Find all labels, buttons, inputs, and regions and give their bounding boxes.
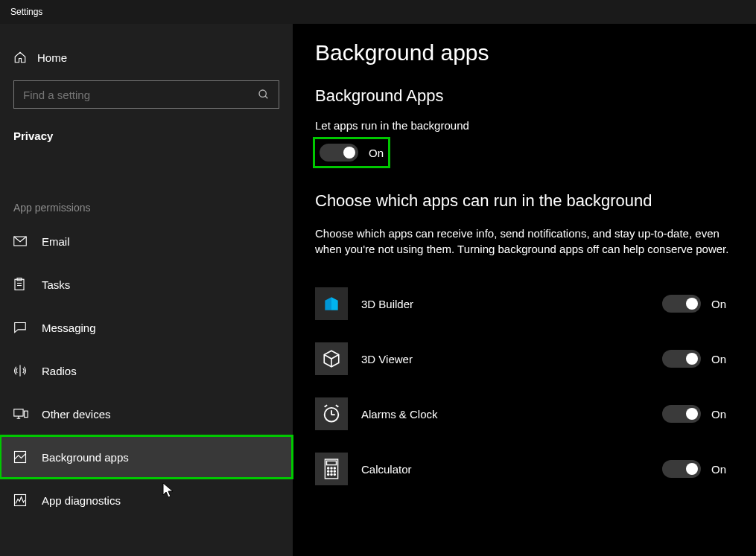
svg-rect-11 [25,411,28,417]
section-header-app-permissions: App permissions [0,202,293,220]
app-row: 3D Viewer On [315,331,734,386]
messaging-icon [13,322,42,333]
sidebar: Home Privacy App permissions Email [0,24,293,556]
svg-point-29 [331,473,332,475]
sidebar-item-label: App diagnostics [42,494,121,507]
home-label: Home [37,51,67,64]
sidebar-item-label: Email [42,235,70,248]
svg-point-30 [334,473,335,475]
page-title: Background apps [315,40,734,65]
sidebar-item-radios[interactable]: Radios [0,349,293,392]
app-icon-3d-viewer [315,342,348,375]
search-input[interactable] [13,80,279,109]
background-apps-icon [13,450,42,464]
window-titlebar: Settings [0,0,756,24]
sidebar-item-background-apps[interactable]: Background apps [0,435,293,479]
sidebar-item-label: Other devices [42,408,111,421]
svg-point-25 [328,470,329,472]
svg-point-26 [331,470,332,472]
svg-rect-8 [14,409,23,416]
search-icon [258,89,270,100]
app-name: Calculator [361,463,662,476]
app-name: 3D Viewer [361,353,662,365]
svg-line-1 [265,96,267,98]
app-icon-alarms-clock [315,397,348,430]
sidebar-item-app-diagnostics[interactable]: App diagnostics [0,479,293,522]
window-title: Settings [10,7,42,17]
sidebar-item-label: Tasks [42,278,70,291]
email-icon [13,236,42,246]
sidebar-item-messaging[interactable]: Messaging [0,306,293,349]
section-heading-background-apps: Background Apps [315,86,734,106]
svg-point-27 [334,470,335,472]
svg-point-24 [334,467,335,469]
svg-point-0 [259,90,266,97]
tasks-icon [13,278,42,291]
app-name: 3D Builder [361,298,662,310]
app-row: Calculator On [315,441,734,496]
svg-point-22 [328,467,329,469]
sidebar-item-other-devices[interactable]: Other devices [0,392,293,435]
app-toggle-alarms-clock[interactable] [662,405,701,423]
svg-line-18 [325,405,328,406]
radios-icon [13,364,42,377]
svg-point-28 [328,473,329,475]
category-label: Privacy [0,122,293,163]
section-heading-choose-apps: Choose which apps can run in the backgro… [315,191,734,211]
home-button[interactable]: Home [0,45,293,70]
app-toggle-calculator[interactable] [662,460,701,478]
svg-rect-3 [15,279,24,290]
master-toggle[interactable] [320,144,358,162]
search-field[interactable] [23,89,258,101]
app-icon-3d-builder [315,287,348,320]
section-description: Choose which apps can receive info, send… [315,226,732,257]
app-toggle-state: On [711,463,734,476]
app-icon-calculator [315,453,348,485]
sidebar-item-email[interactable]: Email [0,220,293,263]
main-content: Background apps Background Apps Let apps… [293,24,756,556]
app-row: 3D Builder On [315,276,734,331]
app-toggle-state: On [711,353,734,365]
sidebar-item-label: Messaging [42,322,96,334]
app-toggle-3d-viewer[interactable] [662,350,701,368]
master-toggle-state: On [369,147,384,159]
sidebar-item-label: Background apps [42,451,129,464]
app-toggle-state: On [711,298,734,310]
svg-rect-21 [327,461,337,464]
svg-point-23 [331,467,332,469]
home-icon [13,51,37,64]
app-toggle-3d-builder[interactable] [662,295,701,313]
diagnostics-icon [13,493,42,507]
sidebar-item-tasks[interactable]: Tasks [0,263,293,306]
master-toggle-label: Let apps run in the background [315,119,734,132]
app-toggle-state: On [711,408,734,421]
devices-icon [13,408,42,420]
sidebar-item-label: Radios [42,365,77,377]
app-name: Alarms & Clock [361,408,662,421]
app-row: Alarms & Clock On [315,386,734,441]
svg-line-19 [336,405,339,406]
